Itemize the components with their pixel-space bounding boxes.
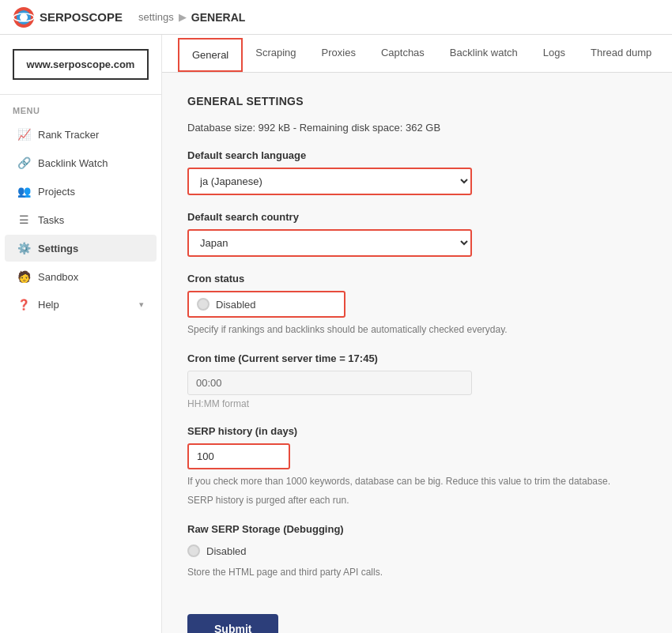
sidebar-item-label: Backlink Watch xyxy=(38,157,108,169)
sidebar: www.serposcope.com MENU 📈 Rank Tracker 🔗… xyxy=(0,35,162,633)
raw-serp-label: Raw SERP Storage (Debugging) xyxy=(187,523,647,535)
breadcrumb-separator: ▶ xyxy=(179,11,187,23)
cron-status-value: Disabled xyxy=(216,299,256,311)
cron-status-label: Cron status xyxy=(187,273,647,284)
search-language-select[interactable]: ja (Japanese) xyxy=(187,168,472,195)
search-country-select[interactable]: Japan xyxy=(187,229,472,257)
sidebar-item-tasks[interactable]: ☰ Tasks xyxy=(5,206,157,233)
raw-serp-value: Disabled xyxy=(206,545,247,557)
sidebar-item-label: Rank Tracker xyxy=(38,129,99,141)
raw-serp-radio[interactable] xyxy=(187,544,200,557)
sidebar-item-sandbox[interactable]: 🧑 Sandbox xyxy=(5,263,157,290)
raw-serp-hint: Store the HTML page and third party API … xyxy=(187,565,647,579)
cron-time-format: HH:MM format xyxy=(187,398,647,409)
content-area: GENERAL SETTINGS Database size: 992 kB -… xyxy=(162,73,672,633)
brand-logo[interactable]: SERPOSCOPE xyxy=(13,6,123,28)
raw-serp-group: Raw SERP Storage (Debugging) Disabled St… xyxy=(187,523,647,579)
settings-icon: ⚙️ xyxy=(17,242,30,254)
help-chevron-icon: ▾ xyxy=(139,300,144,310)
raw-serp-radio-row[interactable]: Disabled xyxy=(187,541,647,560)
sidebar-item-help[interactable]: ❓ Help ▾ xyxy=(5,292,157,318)
sidebar-brand: www.serposcope.com xyxy=(0,35,161,95)
sidebar-item-settings[interactable]: ⚙️ Settings xyxy=(5,235,157,262)
topbar: SERPOSCOPE settings ▶ GENERAL xyxy=(0,0,672,35)
cron-time-label: Cron time (Current server time = 17:45) xyxy=(187,352,647,364)
submit-button[interactable]: Submit xyxy=(187,614,278,633)
cron-time-input[interactable] xyxy=(187,371,472,395)
cron-status-radio[interactable] xyxy=(197,298,210,311)
cron-time-group: Cron time (Current server time = 17:45) … xyxy=(187,352,647,409)
sidebar-item-label: Sandbox xyxy=(38,271,78,283)
tab-scraping[interactable]: Scraping xyxy=(243,37,308,70)
cron-status-radio-row[interactable]: Disabled xyxy=(187,291,345,318)
sidebar-item-projects[interactable]: 👥 Projects xyxy=(5,178,157,205)
tasks-icon: ☰ xyxy=(17,213,30,226)
logo-icon xyxy=(13,6,35,28)
search-country-label: Default search country xyxy=(187,211,647,223)
backlink-watch-icon: 🔗 xyxy=(17,156,30,169)
sidebar-item-rank-tracker[interactable]: 📈 Rank Tracker xyxy=(5,121,157,148)
section-title: GENERAL SETTINGS xyxy=(187,95,647,107)
serp-history-label: SERP history (in days) xyxy=(187,425,647,437)
tab-backlink-watch[interactable]: Backlink watch xyxy=(437,37,530,70)
sandbox-icon: 🧑 xyxy=(17,270,30,283)
tab-captchas[interactable]: Captchas xyxy=(368,37,437,70)
sidebar-item-backlink-watch[interactable]: 🔗 Backlink Watch xyxy=(5,149,157,176)
breadcrumb: settings ▶ GENERAL xyxy=(138,11,245,24)
rank-tracker-icon: 📈 xyxy=(17,128,30,141)
sidebar-item-label: Tasks xyxy=(38,214,64,226)
serp-history-hint1: If you check more than 1000 keywords, da… xyxy=(187,474,647,488)
tab-thread-dump[interactable]: Thread dump xyxy=(578,37,664,70)
tab-logs[interactable]: Logs xyxy=(530,37,578,70)
brand-url: www.serposcope.com xyxy=(13,49,149,80)
serp-history-group: SERP history (in days) If you check more… xyxy=(187,425,647,507)
serp-history-input[interactable] xyxy=(187,443,290,469)
sidebar-item-label: Projects xyxy=(38,186,75,198)
main-area: General Scraping Proxies Captchas Backli… xyxy=(162,35,672,633)
breadcrumb-base: settings xyxy=(138,11,174,23)
brand-name: SERPOSCOPE xyxy=(40,10,123,24)
db-info: Database size: 992 kB - Remaining disk s… xyxy=(187,122,647,134)
svg-point-2 xyxy=(20,13,28,21)
serp-history-hint2: SERP history is purged after each run. xyxy=(187,493,647,507)
tab-general[interactable]: General xyxy=(178,38,243,72)
menu-label: MENU xyxy=(0,95,161,120)
tab-proxies[interactable]: Proxies xyxy=(309,37,368,70)
help-icon: ❓ xyxy=(17,299,30,311)
layout: www.serposcope.com MENU 📈 Rank Tracker 🔗… xyxy=(0,35,672,633)
cron-status-hint: Specify if rankings and backlinks should… xyxy=(187,322,647,337)
help-label: Help xyxy=(38,299,59,311)
sidebar-item-label: Settings xyxy=(38,243,78,254)
search-language-group: Default search language ja (Japanese) xyxy=(187,149,647,195)
breadcrumb-current: GENERAL xyxy=(191,11,245,24)
search-language-label: Default search language xyxy=(187,149,647,161)
projects-icon: 👥 xyxy=(17,185,30,198)
tabs-bar: General Scraping Proxies Captchas Backli… xyxy=(162,35,672,73)
cron-status-group: Cron status Disabled Specify if rankings… xyxy=(187,273,647,337)
search-country-group: Default search country Japan xyxy=(187,211,647,257)
